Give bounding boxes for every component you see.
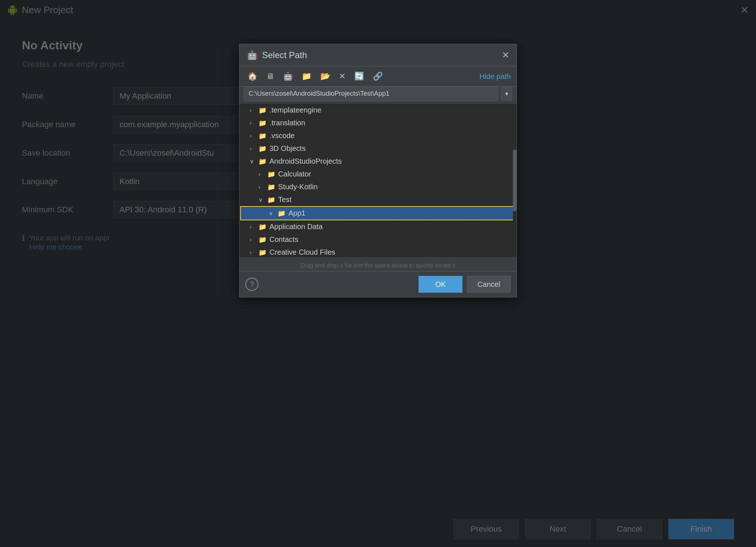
- new-folder-icon[interactable]: 📁: [299, 70, 314, 83]
- modal-android-icon: 🤖: [247, 50, 258, 60]
- modal-title-bar: 🤖 Select Path ✕: [239, 44, 517, 67]
- hide-path-button[interactable]: Hide path: [479, 72, 511, 81]
- chevron-icon: ›: [258, 171, 264, 178]
- tree-item-label: Application Data: [269, 223, 323, 231]
- tree-item-label: Study-Kotlin: [278, 183, 318, 191]
- tree-item-contacts[interactable]: › 📁 Contacts: [239, 233, 517, 246]
- modal-action-buttons: OK Cancel: [419, 276, 511, 293]
- tree-item-label: .translation: [269, 119, 305, 127]
- modal-cancel-button[interactable]: Cancel: [467, 276, 511, 293]
- scrollbar-track[interactable]: [513, 104, 517, 257]
- tree-item-label: App1: [288, 209, 306, 217]
- home-icon[interactable]: 🏠: [245, 70, 260, 83]
- android-folder-icon[interactable]: 🤖: [281, 70, 295, 83]
- computer-icon[interactable]: 🖥: [264, 70, 276, 83]
- path-bar: ▾: [244, 87, 512, 101]
- folder-icon: 📁: [267, 170, 275, 178]
- refresh-icon[interactable]: 🔄: [352, 70, 366, 83]
- chevron-icon: ›: [258, 184, 264, 190]
- folder-icon: 📁: [258, 145, 267, 153]
- chevron-icon: ›: [250, 224, 256, 230]
- tree-item-label: .templateengine: [269, 106, 321, 114]
- chevron-icon: ›: [250, 236, 256, 243]
- tree-item-translation[interactable]: › 📁 .translation: [239, 117, 517, 129]
- path-input[interactable]: [244, 87, 498, 101]
- path-dropdown-button[interactable]: ▾: [501, 87, 512, 100]
- chevron-icon: ∨: [250, 158, 256, 165]
- folder-icon: 📁: [258, 106, 267, 114]
- folder-icon: 📁: [258, 132, 267, 140]
- folder-icon: 📁: [258, 157, 267, 166]
- tree-item-vscode[interactable]: › 📁 .vscode: [239, 129, 517, 142]
- tree-item-app1[interactable]: ∨ 📁 App1: [240, 206, 516, 220]
- folder-icon: 📁: [258, 248, 267, 257]
- folder-icon: 📁: [258, 223, 267, 231]
- tree-item-label: Calculator: [278, 170, 311, 178]
- tree-item-label: .vscode: [269, 132, 295, 140]
- open-folder-icon[interactable]: 📂: [318, 70, 332, 83]
- file-tree[interactable]: › 📁 .templateengine › 📁 .translation › 📁…: [239, 104, 517, 257]
- tree-item-androidstudioprojects[interactable]: ∨ 📁 AndroidStudioProjects: [239, 155, 517, 168]
- chevron-icon: ›: [250, 107, 256, 114]
- modal-overlay: 🤖 Select Path ✕ 🏠 🖥 🤖 📁 📂 ✕ 🔄 🔗 Hide pat…: [0, 0, 756, 547]
- modal-bottom: ? OK Cancel: [239, 271, 517, 297]
- chevron-icon: ∨: [269, 210, 275, 217]
- tree-item-applicationdata[interactable]: › 📁 Application Data: [239, 220, 517, 233]
- main-window: New Project ✕ No Activity Creates a new …: [0, 0, 756, 547]
- modal-toolbar: 🏠 🖥 🤖 📁 📂 ✕ 🔄 🔗 Hide path: [239, 67, 517, 87]
- tree-item-label: 3D Objects: [269, 144, 306, 153]
- folder-icon: 📁: [267, 196, 275, 204]
- modal-ok-button[interactable]: OK: [419, 276, 462, 293]
- modal-help-button[interactable]: ?: [245, 278, 258, 291]
- tree-item-creativecloud[interactable]: › 📁 Creative Cloud Files: [239, 246, 517, 257]
- select-path-modal: 🤖 Select Path ✕ 🏠 🖥 🤖 📁 📂 ✕ 🔄 🔗 Hide pat…: [239, 44, 517, 297]
- tree-item-test[interactable]: ∨ 📁 Test: [239, 193, 517, 206]
- tree-item-studykotlin[interactable]: › 📁 Study-Kotlin: [239, 181, 517, 193]
- chevron-icon: ›: [250, 145, 256, 152]
- chevron-icon: ∨: [258, 196, 264, 203]
- tree-item-templateengine[interactable]: › 📁 .templateengine: [239, 104, 517, 117]
- tree-item-label: Contacts: [269, 235, 298, 244]
- folder-icon: 📁: [277, 209, 286, 217]
- link-icon[interactable]: 🔗: [371, 70, 385, 83]
- chevron-icon: ›: [250, 249, 256, 256]
- tree-item-calculator[interactable]: › 📁 Calculator: [239, 168, 517, 181]
- chevron-icon: ›: [250, 133, 256, 139]
- folder-icon: 📁: [258, 119, 267, 127]
- drag-hint: Drag and drop a file into the space abov…: [239, 260, 517, 271]
- chevron-icon: ›: [250, 120, 256, 126]
- tree-item-label: Test: [278, 195, 292, 204]
- tree-item-label: Creative Cloud Files: [269, 248, 335, 257]
- folder-icon: 📁: [267, 183, 275, 191]
- modal-title: Select Path: [262, 50, 498, 60]
- scrollbar-thumb[interactable]: [513, 150, 517, 211]
- tree-item-label: AndroidStudioProjects: [269, 157, 342, 166]
- delete-icon[interactable]: ✕: [337, 70, 348, 83]
- tree-item-3dobjects[interactable]: › 📁 3D Objects: [239, 142, 517, 155]
- folder-icon: 📁: [258, 236, 267, 244]
- modal-close-button[interactable]: ✕: [502, 50, 509, 60]
